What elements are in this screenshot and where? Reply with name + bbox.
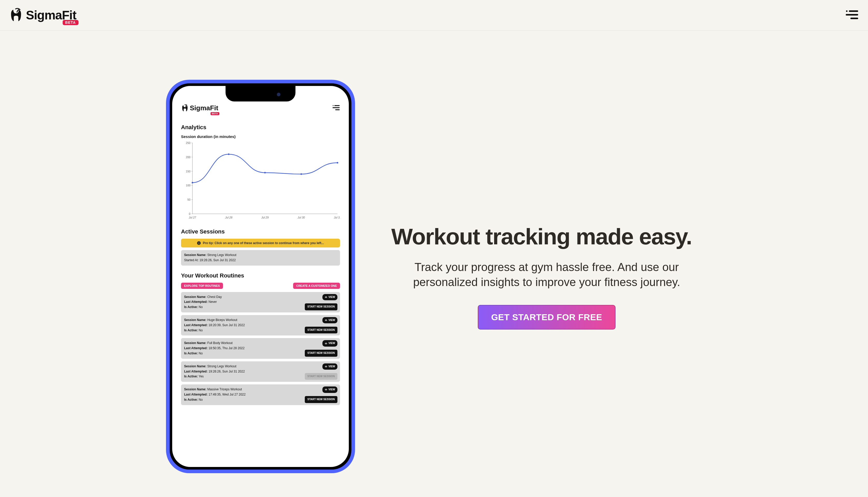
- view-button[interactable]: VIEW: [322, 386, 337, 393]
- label: Is Active:: [184, 398, 198, 401]
- start-session-button[interactable]: START NEW SESSION: [305, 327, 337, 333]
- eye-icon: [325, 342, 327, 345]
- active-session-card[interactable]: Session Name: Strong Legs Workout Starte…: [181, 250, 340, 266]
- routine-active: No: [199, 328, 202, 332]
- svg-rect-2: [846, 14, 858, 16]
- svg-text:250: 250: [186, 141, 191, 144]
- routine-name: Huge Biceps Workout: [207, 318, 237, 322]
- label: Last Attempted:: [184, 300, 208, 304]
- svg-text:50: 50: [187, 198, 191, 201]
- svg-point-35: [326, 366, 326, 367]
- hero-copy: Workout tracking made easy. Track your p…: [391, 223, 702, 329]
- tip-text: Pro tip: Click on any one of these activ…: [203, 241, 324, 245]
- analytics-title: Analytics: [181, 124, 340, 131]
- routine-last: 18:50:35, Thu Jul 28 2022: [208, 346, 244, 350]
- chart-title: Session duration (in minutes): [181, 134, 340, 139]
- label: Is Active:: [184, 374, 198, 378]
- svg-text:200: 200: [186, 156, 191, 159]
- svg-point-0: [846, 10, 848, 12]
- svg-point-32: [326, 297, 326, 297]
- routine-active: No: [199, 398, 202, 401]
- start-session-button[interactable]: START NEW SESSION: [305, 350, 337, 357]
- phone-screen: SigmaFit BETA Analytics Session duration…: [172, 86, 349, 415]
- menu-button[interactable]: [844, 10, 860, 21]
- routines-title: Your Workout Routines: [181, 272, 340, 279]
- svg-rect-6: [333, 107, 340, 108]
- spartan-helmet-icon: [181, 104, 189, 112]
- start-session-button[interactable]: START NEW SESSION: [305, 303, 337, 310]
- start-session-button: START NEW SESSION: [305, 373, 337, 380]
- routine-card: Session Name: Full Body WorkoutLast Atte…: [181, 338, 340, 358]
- svg-text:100: 100: [186, 184, 191, 187]
- create-routine-button[interactable]: CREATE A CUSTOMIZED ONE: [293, 283, 340, 289]
- spartan-helmet-icon: [9, 8, 23, 23]
- hamburger-icon[interactable]: [332, 104, 340, 112]
- tip-banner: i Pro tip: Click on any one of these act…: [181, 239, 340, 247]
- view-button[interactable]: VIEW: [322, 364, 337, 370]
- label: Last Attempted:: [184, 393, 208, 396]
- routine-last: 17:49:35, Wed Jul 27 2022: [208, 393, 246, 396]
- eye-icon: [325, 388, 327, 391]
- value: 19:26:26, Sun Jul 31 2022: [199, 258, 236, 262]
- phone-brand-name: SigmaFit: [190, 104, 218, 112]
- label: Last Attempted:: [184, 346, 208, 350]
- label: Session Name:: [184, 253, 206, 257]
- routine-name: Strong Legs Workout: [207, 365, 236, 368]
- svg-point-4: [333, 105, 334, 106]
- chart: 050100150200250Jul 27Jul 28Jul 29Jul 30J…: [181, 141, 340, 222]
- routine-active: No: [199, 305, 202, 309]
- hero-title: Workout tracking made easy.: [391, 223, 702, 250]
- view-button[interactable]: VIEW: [322, 294, 337, 300]
- view-button[interactable]: VIEW: [322, 317, 337, 324]
- routine-card: Session Name: Strong Legs WorkoutLast At…: [181, 361, 340, 382]
- svg-rect-3: [850, 18, 858, 19]
- routine-active: No: [199, 352, 202, 355]
- label: Last Attempted:: [184, 370, 208, 373]
- phone-brand: SigmaFit BETA: [181, 104, 218, 112]
- label: Session Name:: [184, 365, 206, 368]
- svg-point-28: [228, 154, 229, 155]
- topbar: SigmaFit BETA: [0, 0, 868, 30]
- phone-notch: [226, 86, 295, 101]
- hamburger-icon: [845, 10, 859, 21]
- svg-rect-1: [849, 10, 858, 12]
- active-sessions-title: Active Sessions: [181, 228, 340, 235]
- explore-routines-button[interactable]: EXPLORE TOP ROUTINES: [181, 283, 223, 289]
- eye-icon: [325, 296, 327, 298]
- routine-card: Session Name: Huge Biceps WorkoutLast At…: [181, 315, 340, 336]
- get-started-button[interactable]: GET STARTED FOR FREE: [478, 305, 616, 329]
- beta-badge: BETA: [63, 20, 79, 25]
- routine-last: 19:26:26, Sun Jul 31 2022: [208, 370, 245, 373]
- brand[interactable]: SigmaFit BETA: [9, 8, 76, 23]
- svg-text:0: 0: [189, 212, 191, 215]
- svg-point-27: [192, 182, 193, 183]
- svg-rect-5: [334, 105, 340, 106]
- info-icon: i: [197, 241, 201, 245]
- label: Session Name:: [184, 318, 206, 322]
- label: Is Active:: [184, 328, 198, 332]
- start-session-button[interactable]: START NEW SESSION: [305, 396, 337, 403]
- view-button[interactable]: VIEW: [322, 340, 337, 346]
- svg-point-36: [326, 389, 326, 390]
- svg-point-31: [337, 162, 338, 164]
- svg-rect-7: [335, 109, 340, 110]
- eye-icon: [325, 365, 327, 368]
- value: Strong Legs Workout: [207, 253, 236, 257]
- label: Session Name:: [184, 341, 206, 345]
- routine-active: Yes: [199, 374, 204, 378]
- svg-text:Jul 30: Jul 30: [297, 216, 305, 219]
- routine-name: Massive Triceps Workout: [207, 387, 242, 391]
- label: Session Name:: [184, 387, 206, 391]
- label: Session Name:: [184, 295, 206, 299]
- phone-mockup: SigmaFit BETA Analytics Session duration…: [166, 80, 355, 473]
- hero-subtitle: Track your progress at gym hassle free. …: [391, 260, 702, 289]
- label: Started At:: [184, 258, 199, 262]
- routine-last: 18:20:39, Sun Jul 31 2022: [208, 323, 245, 327]
- svg-point-30: [300, 173, 302, 175]
- label: Is Active:: [184, 305, 198, 309]
- eye-icon: [325, 319, 327, 322]
- routine-card: Session Name: Chest DayLast Attempted: N…: [181, 292, 340, 312]
- routine-name: Full Body Workout: [207, 341, 233, 345]
- routines-list: Session Name: Chest DayLast Attempted: N…: [181, 292, 340, 405]
- routine-last: Never: [208, 300, 217, 304]
